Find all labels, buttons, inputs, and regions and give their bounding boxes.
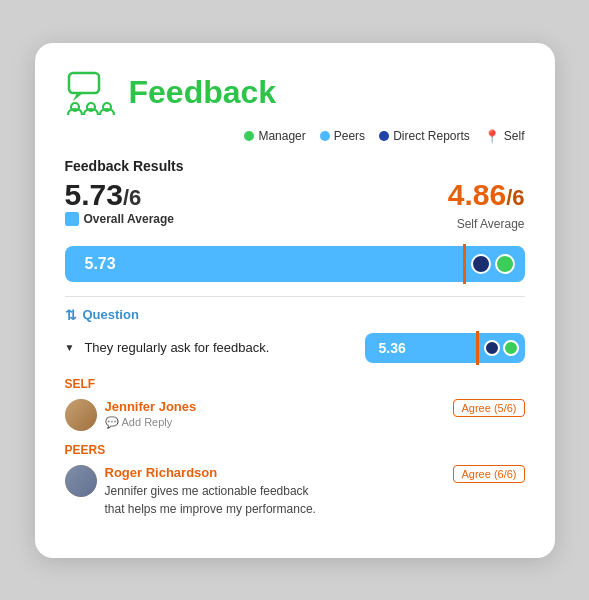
bar-value: 5.73 — [85, 255, 116, 273]
legend-peers: Peers — [320, 129, 365, 143]
results-label: Feedback Results — [65, 158, 525, 174]
divider-1 — [65, 296, 525, 297]
add-reply-label: Add Reply — [122, 416, 173, 428]
jennifer-info: Jennifer Jones 💬 Add Reply — [105, 399, 197, 429]
jennifer-avatar-img — [65, 399, 97, 431]
manager-label: Manager — [258, 129, 305, 143]
legend: Manager Peers Direct Reports 📍 Self — [65, 129, 525, 144]
self-section-label: SELF — [65, 377, 525, 391]
self-label: Self — [504, 129, 525, 143]
self-score-value: 4.86/6 — [448, 178, 525, 211]
feedback-card: Feedback Manager Peers Direct Reports 📍 … — [35, 43, 555, 558]
roger-name: Roger Richardson — [105, 465, 316, 480]
question-text: They regularly ask for feedback. — [84, 340, 354, 355]
direct-reports-label: Direct Reports — [393, 129, 470, 143]
roger-avatar — [65, 465, 97, 497]
question-bar-dots — [484, 340, 519, 356]
legend-manager: Manager — [244, 129, 305, 143]
peers-section-label: PEERS — [65, 443, 525, 457]
roger-feedback-left: Roger Richardson Jennifer gives me actio… — [65, 465, 316, 518]
jennifer-feedback-left: Jennifer Jones 💬 Add Reply — [65, 399, 197, 431]
roger-avatar-img — [65, 465, 97, 497]
peers-label: Peers — [334, 129, 365, 143]
peers-dot — [320, 131, 330, 141]
jennifer-badge: Agree (5/6) — [453, 399, 524, 417]
jennifer-avatar — [65, 399, 97, 431]
avg-box-icon — [65, 212, 79, 226]
overall-avg-label: Overall Average — [84, 212, 175, 226]
q-direct-dot — [484, 340, 500, 356]
feedback-icon — [65, 71, 117, 115]
overall-score-block: 5.73/6 — [65, 178, 142, 212]
question-arrows-icon: ⇅ — [65, 307, 77, 323]
q-manager-dot — [503, 340, 519, 356]
manager-dot — [244, 131, 254, 141]
self-pin-icon: 📍 — [484, 129, 500, 144]
question-bar: 5.36 — [365, 333, 525, 363]
question-section: ⇅ Question ▼ They regularly ask for feed… — [65, 307, 525, 363]
direct-reports-bar-dot — [471, 254, 491, 274]
add-reply-row[interactable]: 💬 Add Reply — [105, 416, 197, 429]
roger-comment: Jennifer gives me actionable feedbacktha… — [105, 482, 316, 518]
question-row: ▼ They regularly ask for feedback. 5.36 — [65, 333, 525, 363]
self-score-block: 4.86/6 — [448, 178, 525, 212]
legend-self: 📍 Self — [484, 129, 525, 144]
question-self-marker — [476, 331, 479, 365]
question-bar-value: 5.36 — [379, 340, 406, 356]
self-marker-line — [463, 244, 466, 284]
scores-row: 5.73/6 4.86/6 — [65, 178, 525, 212]
triangle-icon: ▼ — [65, 342, 75, 353]
overall-score-value: 5.73/6 — [65, 178, 142, 211]
roger-feedback-item: Roger Richardson Jennifer gives me actio… — [65, 465, 525, 518]
question-header: ⇅ Question — [65, 307, 525, 323]
roger-info: Roger Richardson Jennifer gives me actio… — [105, 465, 316, 518]
question-header-label: Question — [83, 307, 139, 322]
bar-dots — [471, 254, 515, 274]
legend-direct-reports: Direct Reports — [379, 129, 470, 143]
main-bar-track: 5.73 — [65, 246, 525, 282]
app-title: Feedback — [129, 74, 277, 111]
jennifer-name: Jennifer Jones — [105, 399, 197, 414]
manager-bar-dot — [495, 254, 515, 274]
overall-avg-row: Overall Average — [65, 212, 175, 226]
svg-rect-0 — [69, 73, 99, 93]
roger-badge: Agree (6/6) — [453, 465, 524, 483]
header: Feedback — [65, 71, 525, 115]
self-section: SELF Jennifer Jones 💬 Add Reply Agree (5… — [65, 377, 525, 431]
jennifer-feedback-item: Jennifer Jones 💬 Add Reply Agree (5/6) — [65, 399, 525, 431]
speech-bubble-icon: 💬 — [105, 416, 119, 429]
peers-section: PEERS Roger Richardson Jennifer gives me… — [65, 443, 525, 518]
direct-reports-dot — [379, 131, 389, 141]
feedback-results: Feedback Results 5.73/6 4.86/6 Overall A… — [65, 158, 525, 282]
self-avg-label: Self Average — [457, 217, 525, 231]
main-bar-section: 5.73 — [65, 246, 525, 282]
